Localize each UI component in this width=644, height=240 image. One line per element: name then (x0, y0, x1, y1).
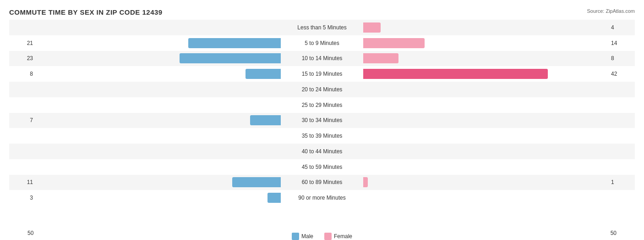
female-bar (363, 38, 425, 48)
male-bar (232, 177, 281, 187)
left-bar-area (37, 35, 281, 51)
table-row: 1160 to 89 Minutes1 (9, 175, 635, 190)
table-row: Less than 5 Minutes4 (9, 20, 635, 35)
table-row: 45 to 59 Minutes (9, 159, 635, 175)
row-label-area: 30 to 34 Minutes (281, 113, 363, 128)
left-bar-area (37, 20, 281, 35)
row-label: 90 or more Minutes (298, 195, 345, 201)
axis-labels: 50 Male Female 50 (0, 230, 644, 240)
row-label: Less than 5 Minutes (297, 24, 346, 31)
row-label-area: 25 to 29 Minutes (281, 97, 363, 113)
row-label-area: 15 to 19 Minutes (281, 66, 363, 82)
left-bar-area (37, 159, 281, 175)
male-value: 3 (9, 195, 37, 201)
female-value: 14 (607, 40, 635, 46)
right-bar-area (363, 82, 607, 97)
left-bar-area (37, 51, 281, 67)
female-bar (363, 22, 381, 33)
bottom-area: 50 Male Female 50 (0, 228, 644, 240)
left-bar-area (37, 128, 281, 144)
legend-male: Male (292, 233, 313, 240)
left-bar-area (37, 82, 281, 97)
female-value: 1 (607, 179, 635, 185)
female-value: 42 (607, 71, 635, 77)
row-label: 40 to 44 Minutes (302, 148, 343, 155)
right-bar-area (363, 51, 607, 67)
right-bar-area (363, 144, 607, 159)
table-row: 25 to 29 Minutes (9, 97, 635, 113)
row-label: 60 to 89 Minutes (302, 179, 343, 185)
chart-area: Less than 5 Minutes4215 to 9 Minutes1423… (9, 20, 635, 206)
row-label: 20 to 24 Minutes (302, 86, 343, 93)
female-value: 8 (607, 55, 635, 61)
table-row: 40 to 44 Minutes (9, 144, 635, 159)
row-label: 15 to 19 Minutes (302, 71, 343, 77)
male-value: 11 (9, 179, 37, 185)
row-label-area: 35 to 39 Minutes (281, 128, 363, 144)
female-bar (363, 69, 548, 79)
right-bar-area (363, 159, 607, 175)
left-bar-area (37, 66, 281, 82)
right-bar-area (363, 35, 607, 51)
row-label: 10 to 14 Minutes (302, 55, 343, 61)
row-label-area: 40 to 44 Minutes (281, 144, 363, 159)
chart-container: COMMUTE TIME BY SEX IN ZIP CODE 12439 So… (0, 0, 644, 240)
row-label-area: 90 or more Minutes (281, 190, 363, 206)
right-bar-area (363, 190, 607, 206)
legend-male-label: Male (301, 233, 313, 240)
source-label: Source: ZipAtlas.com (587, 8, 635, 14)
male-bar (188, 38, 281, 48)
row-label: 35 to 39 Minutes (302, 133, 343, 139)
male-bar (250, 115, 281, 125)
row-label-area: 5 to 9 Minutes (281, 35, 363, 51)
row-label-area: 20 to 24 Minutes (281, 82, 363, 97)
male-bar (267, 193, 281, 203)
table-row: 20 to 24 Minutes (9, 82, 635, 97)
legend: Male Female (292, 233, 352, 240)
right-bar-area (363, 20, 607, 35)
row-label: 25 to 29 Minutes (302, 102, 343, 108)
legend-female-label: Female (334, 233, 352, 240)
axis-left: 50 (27, 230, 33, 240)
right-bar-area (363, 113, 607, 128)
female-bar (363, 177, 368, 187)
axis-right: 50 (611, 230, 617, 240)
row-label-area: 45 to 59 Minutes (281, 159, 363, 175)
female-bar (363, 53, 398, 63)
male-value: 23 (9, 55, 37, 61)
left-bar-area (37, 190, 281, 206)
chart-title: COMMUTE TIME BY SEX IN ZIP CODE 12439 (9, 8, 635, 16)
right-bar-area (363, 66, 607, 82)
row-label: 5 to 9 Minutes (305, 40, 339, 46)
table-row: 35 to 39 Minutes (9, 128, 635, 144)
row-label-area: 10 to 14 Minutes (281, 51, 363, 67)
table-row: 390 or more Minutes (9, 190, 635, 206)
female-color-box (324, 233, 332, 240)
row-label-area: 60 to 89 Minutes (281, 175, 363, 190)
male-value: 7 (9, 117, 37, 123)
table-row: 815 to 19 Minutes42 (9, 66, 635, 82)
male-bar (180, 53, 281, 63)
male-color-box (292, 233, 299, 240)
row-label: 45 to 59 Minutes (302, 164, 343, 170)
row-label: 30 to 34 Minutes (302, 117, 343, 123)
left-bar-area (37, 97, 281, 113)
table-row: 215 to 9 Minutes14 (9, 35, 635, 51)
right-bar-area (363, 128, 607, 144)
table-row: 730 to 34 Minutes (9, 113, 635, 128)
female-value: 4 (607, 24, 635, 31)
legend-female: Female (324, 233, 352, 240)
table-row: 2310 to 14 Minutes8 (9, 51, 635, 67)
male-value: 8 (9, 71, 37, 77)
right-bar-area (363, 97, 607, 113)
left-bar-area (37, 113, 281, 128)
left-bar-area (37, 144, 281, 159)
male-value: 21 (9, 40, 37, 46)
left-bar-area (37, 175, 281, 190)
male-bar (246, 69, 281, 79)
right-bar-area (363, 175, 607, 190)
row-label-area: Less than 5 Minutes (281, 20, 363, 35)
